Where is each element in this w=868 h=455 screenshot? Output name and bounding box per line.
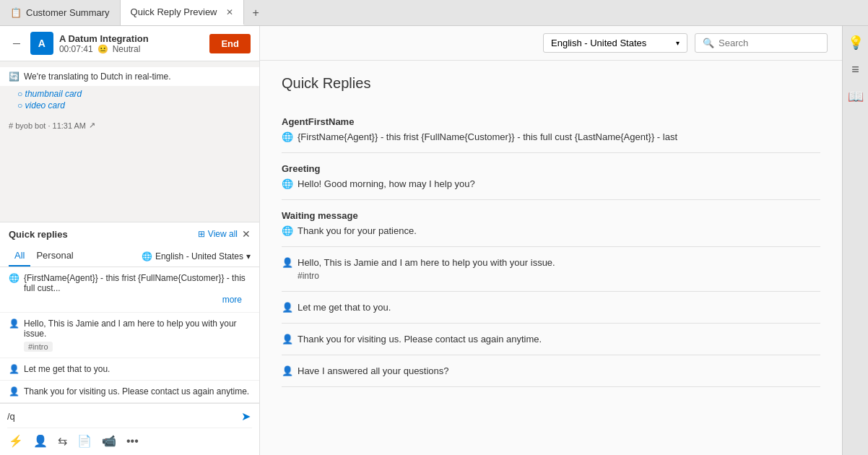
content-globe-icon-3: 🌐 (282, 225, 293, 236)
transfer-tool-button[interactable]: ⇆ (56, 433, 69, 449)
viewall-label: View all (208, 229, 238, 239)
tab-close-icon[interactable]: ✕ (226, 7, 233, 17)
chat-input[interactable] (7, 411, 235, 422)
card-thumbnail[interactable]: ○ thumbnail card (17, 89, 251, 99)
qr-more-link[interactable]: more (9, 293, 251, 306)
video-tool-button[interactable]: 📹 (100, 433, 118, 449)
content-globe-icon-1: 🌐 (282, 131, 293, 142)
tab-bar: 📋 Customer Summary Quick Reply Preview ✕… (0, 0, 868, 26)
qr-tag-intro: #intro (24, 342, 53, 352)
chat-card-list: ○ thumbnail card ○ video card (0, 86, 259, 118)
search-icon: 🔍 (703, 38, 714, 48)
translation-notice: 🔄 We're translating to Dutch in real-tim… (0, 67, 259, 86)
chat-header-sub: 00:07:41 😐 Neutral (59, 44, 204, 54)
qr-item-get[interactable]: 👤 Let me get that to you. (0, 358, 259, 381)
quick-reply-tool-button[interactable]: ⚡ (7, 433, 25, 449)
add-tab-button[interactable]: + (244, 6, 268, 20)
chat-input-area: ➤ ⚡ 👤 ⇆ 📄 📹 ••• (0, 403, 259, 455)
lang-dropdown-chevron-icon: ▾ (676, 39, 680, 47)
tab-customer-summary-label: Customer Summary (26, 7, 110, 18)
content-item-name-waiting: Waiting message (282, 210, 820, 221)
card-video[interactable]: ○ video card (17, 100, 251, 110)
tab-quick-reply-preview[interactable]: Quick Reply Preview ✕ (121, 0, 244, 25)
qr-panel-title: Quick replies (9, 229, 194, 240)
qr-item-hello[interactable]: 👤 Hello, This is Jamie and I am here to … (0, 313, 259, 358)
qr-person-icon-1: 👤 (9, 318, 19, 329)
edge-icons: 💡 ≡ 📖 (842, 26, 868, 455)
qr-lang-label: English - United States (155, 251, 243, 261)
content-person-icon-2: 👤 (282, 302, 293, 313)
list-icon[interactable]: ≡ (849, 59, 862, 80)
bulb-icon[interactable]: 💡 (845, 32, 867, 53)
chat-toolbar: ⚡ 👤 ⇆ 📄 📹 ••• (7, 428, 252, 451)
search-box: 🔍 (695, 33, 828, 53)
chat-messages[interactable]: 🔄 We're translating to Dutch in real-tim… (0, 61, 259, 222)
content-item-answered[interactable]: 👤 Have I answered all your questions? (282, 355, 820, 387)
language-dropdown[interactable]: English - United States ▾ (543, 33, 687, 53)
note-tool-button[interactable]: 📄 (76, 433, 93, 449)
tab-customer-summary[interactable]: 📋 Customer Summary (0, 0, 121, 25)
qr-person-icon-2: 👤 (9, 364, 19, 374)
quick-replies-content[interactable]: Quick Replies AgentFirstName 🌐 {FirstNam… (260, 61, 842, 455)
chat-header: ─ A A Datum Integration 00:07:41 😐 Neutr… (0, 26, 259, 61)
qr-tabs: All Personal 🌐 English - United States ▾ (0, 246, 259, 267)
content-item-name-agentfirstname: AgentFirstName (282, 116, 820, 127)
chat-panel: ─ A A Datum Integration 00:07:41 😐 Neutr… (0, 26, 260, 455)
tab-quick-reply-preview-label: Quick Reply Preview (131, 6, 217, 17)
lang-dropdown-label: English - United States (551, 38, 646, 48)
bot-label: # byob bot · 11:31 AM ↗ (0, 118, 259, 133)
qr-person-icon-3: 👤 (9, 386, 19, 396)
content-item-intro[interactable]: 👤 Hello, This is Jamie and I am here to … (282, 247, 820, 292)
content-item-thankyou[interactable]: 👤 Thank you for visiting us. Please cont… (282, 324, 820, 355)
qr-panel-close-icon[interactable]: ✕ (242, 228, 251, 240)
content-item-agentfirstname[interactable]: AgentFirstName 🌐 {FirstName{Agent}} - th… (282, 106, 820, 153)
qr-globe-icon: 🌐 (9, 273, 19, 283)
qr-tab-personal[interactable]: Personal (30, 246, 79, 266)
qr-list[interactable]: 🌐 {FirstName{Agent}} - this frist {FullN… (0, 267, 259, 403)
translate-icon: 🔄 (9, 72, 19, 82)
qr-lang-icon: 🌐 (142, 251, 152, 261)
qr-language-selector[interactable]: 🌐 English - United States ▾ (142, 251, 251, 261)
bot-action-icon: ↗ (89, 121, 95, 130)
qr-item-agent-first[interactable]: 🌐 {FirstName{Agent}} - this frist {FullN… (0, 267, 259, 313)
book-icon[interactable]: 📖 (845, 86, 867, 108)
end-button[interactable]: End (209, 34, 251, 53)
content-globe-icon-2: 🌐 (282, 178, 293, 189)
more-tool-button[interactable]: ••• (125, 433, 140, 449)
send-button[interactable]: ➤ (240, 408, 252, 425)
minimize-button[interactable]: ─ (9, 36, 25, 51)
sentiment-icon: 😐 (97, 44, 108, 54)
main-area: ─ A A Datum Integration 00:07:41 😐 Neutr… (0, 26, 868, 455)
quick-replies-content-title: Quick Replies (282, 75, 820, 92)
viewall-icon: ⊞ (198, 229, 205, 239)
search-input[interactable] (719, 38, 820, 48)
qr-header: Quick replies ⊞ View all ✕ (0, 222, 259, 246)
customer-summary-icon: 📋 (10, 7, 22, 18)
view-all-button[interactable]: ⊞ View all (198, 229, 238, 239)
quick-replies-panel: Quick replies ⊞ View all ✕ All Personal … (0, 222, 259, 403)
timer: 00:07:41 (59, 44, 93, 54)
qr-tab-all[interactable]: All (9, 246, 30, 266)
company-name: A Datum Integration (59, 33, 204, 44)
chat-header-info: A Datum Integration 00:07:41 😐 Neutral (59, 33, 204, 54)
content-person-icon-1: 👤 (282, 257, 293, 268)
chat-avatar: A (30, 32, 53, 55)
content-person-icon-4: 👤 (282, 365, 293, 376)
chat-input-row: ➤ (7, 408, 252, 425)
qr-lang-chevron: ▾ (246, 251, 251, 261)
translation-text: We're translating to Dutch in real-time. (24, 72, 170, 82)
content-tag-intro: #intro (298, 271, 555, 281)
sentiment: Neutral (113, 44, 141, 54)
content-item-letme[interactable]: 👤 Let me get that to you. (282, 292, 820, 324)
content-person-icon-3: 👤 (282, 334, 293, 344)
content-item-greeting[interactable]: Greeting 🌐 Hello! Good morning, how may … (282, 153, 820, 200)
qr-item-thank[interactable]: 👤 Thank you for visiting us. Please cont… (0, 381, 259, 403)
content-item-waiting[interactable]: Waiting message 🌐 Thank you for your pat… (282, 200, 820, 247)
content-panel: English - United States ▾ 🔍 Quick Replie… (260, 26, 842, 455)
qr-item-text: 🌐 {FirstName{Agent}} - this frist {FullN… (9, 273, 251, 293)
content-toolbar: English - United States ▾ 🔍 (260, 26, 842, 61)
content-item-name-greeting: Greeting (282, 163, 820, 174)
person-tool-button[interactable]: 👤 (32, 433, 49, 449)
